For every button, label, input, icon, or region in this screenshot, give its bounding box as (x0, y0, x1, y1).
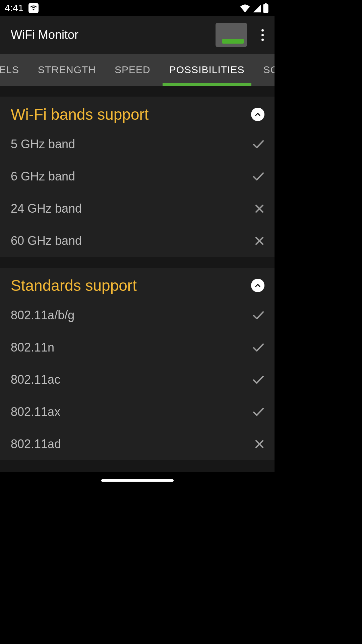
section-bands: Wi-Fi bands support 5 GHz band 6 GHz ban… (0, 97, 275, 257)
section-title: Standards support (11, 276, 137, 294)
app-title: WiFi Monitor (11, 28, 216, 42)
section-gap (0, 257, 275, 268)
list-item: 802.11ax (0, 396, 275, 428)
spacer (0, 86, 275, 97)
tab-scan[interactable]: SCAN (254, 54, 275, 86)
cross-icon (254, 204, 264, 214)
list-item: 802.11ac (0, 364, 275, 396)
cross-icon (254, 236, 264, 246)
chevron-up-icon (255, 112, 261, 116)
tab-label: POSSIBILITIES (169, 64, 245, 75)
row-label: 60 GHz band (11, 234, 82, 248)
row-label: 802.11ac (11, 373, 60, 387)
tab-label: SCAN (263, 64, 275, 75)
wifi-icon (240, 4, 250, 12)
section-standards: Standards support 802.11a/b/g 802.11n 80… (0, 268, 275, 460)
row-label: 802.11ad (11, 437, 61, 451)
check-icon (252, 172, 264, 181)
system-nav-bar (0, 472, 275, 488)
list-item: 5 GHz band (0, 128, 275, 160)
tab-label: NNELS (0, 64, 19, 75)
check-icon (252, 407, 264, 417)
battery-icon (263, 3, 268, 13)
signal-level-badge[interactable] (216, 23, 247, 47)
row-label: 802.11n (11, 340, 54, 355)
section-header[interactable]: Wi-Fi bands support (0, 97, 275, 128)
list-item: 60 GHz band (0, 225, 275, 257)
section-header[interactable]: Standards support (0, 268, 275, 299)
content-scroll[interactable]: Wi-Fi bands support 5 GHz band 6 GHz ban… (0, 86, 275, 472)
collapse-button[interactable] (251, 108, 264, 121)
check-icon (252, 375, 264, 384)
cross-icon (254, 439, 264, 449)
status-left: 4:41 (5, 3, 39, 13)
tab-channels[interactable]: NNELS (0, 54, 28, 86)
chevron-up-icon (255, 283, 261, 287)
row-label: 802.11ax (11, 405, 60, 419)
check-icon (252, 311, 264, 320)
tab-strength[interactable]: STRENGTH (28, 54, 105, 86)
tab-speed[interactable]: SPEED (105, 54, 160, 86)
wifi-monitor-app-icon (28, 3, 39, 13)
section-title: Wi-Fi bands support (11, 105, 149, 123)
check-icon (252, 140, 264, 149)
collapse-button[interactable] (251, 279, 264, 292)
list-item: 802.11ad (0, 428, 275, 460)
home-indicator[interactable] (101, 479, 174, 482)
cell-signal-icon (252, 4, 261, 12)
row-label: 802.11a/b/g (11, 308, 74, 322)
row-label: 24 GHz band (11, 202, 82, 216)
status-bar: 4:41 (0, 0, 275, 16)
check-icon (252, 343, 264, 352)
list-item: 802.11a/b/g (0, 299, 275, 331)
tab-possibilities[interactable]: POSSIBILITIES (160, 54, 254, 86)
status-time: 4:41 (5, 3, 24, 13)
list-item: 802.11n (0, 331, 275, 364)
row-label: 6 GHz band (11, 169, 75, 183)
list-item: 6 GHz band (0, 160, 275, 193)
list-item: 24 GHz band (0, 193, 275, 225)
tab-label: SPEED (115, 64, 150, 75)
status-right (240, 3, 268, 13)
tab-label: STRENGTH (38, 64, 96, 75)
row-label: 5 GHz band (11, 137, 75, 151)
tabs[interactable]: NNELS STRENGTH SPEED POSSIBILITIES SCAN (0, 54, 275, 86)
app-bar: WiFi Monitor (0, 16, 275, 54)
overflow-menu-button[interactable] (254, 27, 270, 43)
